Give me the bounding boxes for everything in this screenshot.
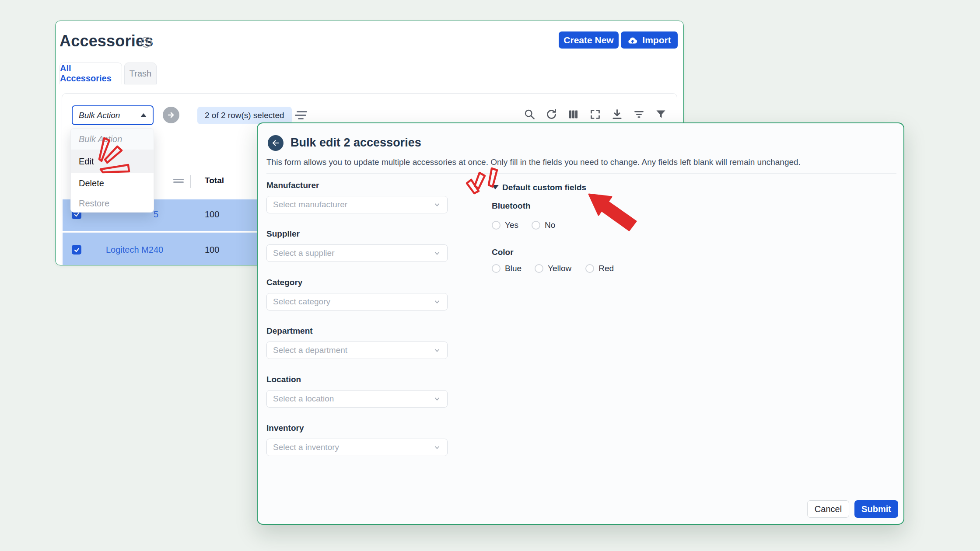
bulk-edit-panel: Bulk edit 2 accessories This form allows… (257, 122, 904, 525)
tab-trash[interactable]: Trash (124, 63, 157, 84)
help-icon[interactable]: ? (141, 37, 152, 48)
category-select[interactable]: Select category (266, 293, 448, 310)
divider (266, 173, 896, 174)
tab-label: All Accessories (60, 63, 122, 84)
row-total-value: 100 (205, 209, 219, 220)
group-label-bluetooth: Bluetooth (492, 201, 531, 211)
arrow-right-icon (167, 111, 175, 119)
panel-title: Bulk edit 2 accessories (290, 136, 421, 150)
radio-no[interactable] (532, 221, 540, 230)
back-button[interactable] (268, 135, 284, 151)
columns-icon[interactable] (567, 108, 580, 121)
bulk-action-value: Bulk Action (79, 111, 120, 120)
create-new-button[interactable]: Create New (559, 31, 619, 49)
location-select[interactable]: Select a location (266, 390, 448, 408)
radio-red[interactable] (585, 264, 594, 273)
selection-count-text: 2 of 2 row(s) selected (205, 111, 284, 120)
field-label-location: Location (266, 375, 301, 384)
align-lines-icon[interactable] (295, 110, 308, 121)
bluetooth-radio-group: Yes No (492, 220, 555, 230)
field-label-manufacturer: Manufacturer (266, 181, 319, 190)
manufacturer-select[interactable]: Select manufacturer (266, 196, 448, 213)
collapse-caret-icon[interactable] (492, 185, 499, 189)
bulk-action-select[interactable]: Bulk Action (72, 105, 154, 125)
radio-blue[interactable] (492, 264, 500, 273)
chevron-down-icon (433, 298, 441, 306)
group-label-color: Color (492, 248, 514, 257)
table-toolbar-icons (523, 108, 667, 121)
chevron-down-icon (433, 249, 441, 257)
arrow-left-icon (271, 139, 280, 147)
menu-item-restore: Restore (71, 193, 154, 213)
refresh-icon[interactable] (545, 108, 558, 121)
import-button[interactable]: Import (621, 31, 678, 49)
bulk-action-menu: Bulk Action Edit Delete Restore (70, 128, 154, 213)
cloud-upload-icon (627, 36, 638, 45)
supplier-select[interactable]: Select a supplier (266, 244, 448, 262)
column-resize-handle[interactable] (190, 175, 191, 188)
field-label-category: Category (266, 278, 302, 287)
filter-lines-icon[interactable] (633, 108, 645, 121)
create-new-label: Create New (564, 35, 613, 45)
screen: Accessories ? Create New Import All Acce… (0, 0, 980, 551)
menu-item-edit[interactable]: Edit (71, 150, 154, 173)
radio-yellow[interactable] (535, 264, 543, 273)
chevron-down-icon (433, 443, 441, 451)
radio-yes[interactable] (492, 221, 500, 230)
color-radio-group: Blue Yellow Red (492, 264, 614, 273)
column-grip-icon[interactable] (173, 179, 184, 183)
chevron-down-icon (433, 201, 441, 209)
import-label: Import (642, 35, 671, 45)
department-select[interactable]: Select a department (266, 342, 448, 359)
chevron-up-icon (140, 113, 147, 117)
chevron-down-icon (433, 346, 441, 354)
fullscreen-icon[interactable] (589, 108, 602, 121)
selection-count-badge: 2 of 2 row(s) selected (197, 107, 292, 124)
help-glyph: ? (144, 38, 149, 46)
custom-fields-section-title[interactable]: Default custom fields (502, 183, 586, 192)
download-icon[interactable] (611, 108, 623, 121)
accessory-name-link[interactable]: 5 (154, 209, 158, 220)
panel-description: This form allows you to update multiple … (266, 157, 831, 167)
row-total-value: 100 (205, 245, 219, 255)
apply-bulk-action-button[interactable] (163, 107, 179, 123)
accessory-name-link[interactable]: Logitech M240 (106, 245, 163, 255)
inventory-select[interactable]: Select a inventory (266, 439, 448, 456)
filter-funnel-icon[interactable] (654, 108, 667, 121)
tab-all-accessories[interactable]: All Accessories (60, 63, 122, 84)
chevron-down-icon (433, 395, 441, 403)
search-icon[interactable] (523, 108, 536, 121)
menu-item-delete[interactable]: Delete (71, 173, 154, 193)
field-label-department: Department (266, 326, 313, 336)
tab-label: Trash (130, 69, 151, 79)
field-label-supplier: Supplier (266, 229, 300, 239)
page-title: Accessories (60, 32, 153, 50)
cancel-button[interactable]: Cancel (807, 500, 849, 518)
field-label-inventory: Inventory (266, 423, 304, 433)
row-checkbox[interactable] (72, 245, 81, 255)
submit-button[interactable]: Submit (854, 500, 898, 518)
column-header-total[interactable]: Total (205, 176, 224, 185)
menu-item-bulk-action: Bulk Action (71, 129, 154, 150)
